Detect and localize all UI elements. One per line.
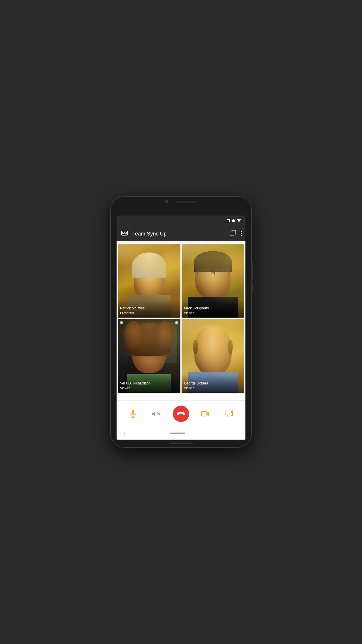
mic-dot-right [175,321,178,324]
screen-share-button[interactable] [222,407,236,421]
svg-rect-10 [225,411,231,415]
participant-4-role: Viewer [184,386,242,390]
end-call-button[interactable] [173,406,189,422]
home-indicator[interactable] [170,433,185,434]
phone-screen: Team Sync Up [117,216,245,440]
participant-4-name: George Dobrea [184,381,242,386]
svg-rect-3 [230,231,234,235]
participant-1-label: Patrick McIlwee Presenter [118,300,180,318]
conference-icon[interactable] [120,229,129,238]
copy-screen-button[interactable] [230,230,236,238]
app-bar-actions [230,230,242,238]
participant-4-label: George Dobrea Viewer [182,375,244,393]
phone-top-area [111,197,251,205]
phone-bottom [111,440,251,447]
participant-2-role: Viewer [184,311,242,315]
video-row-bottom: Vera D. Richardson Viewer [118,319,244,393]
speaker-grill [174,200,197,203]
controls-bar [117,400,245,427]
video-camera-button[interactable] [199,407,213,421]
participant-1-role: Presenter [120,311,178,315]
microphone-button[interactable] [126,407,140,421]
app-bar: Team Sync Up [117,226,245,241]
video-grid: Patrick McIlwee Presenter [117,241,245,394]
svg-rect-2 [125,232,127,233]
more-options-button[interactable] [241,231,242,236]
status-square-icon [227,219,230,222]
svg-rect-9 [202,411,207,416]
back-button[interactable]: ‹ [124,430,125,436]
nav-bar: ‹ [117,427,245,440]
spacer [117,394,245,400]
phone-device: Team Sync Up [111,197,251,447]
status-bar [117,216,245,226]
page-title: Team Sync Up [132,231,226,237]
status-triangle-icon [237,219,241,222]
participant-2-name: Mark Dougherty [184,306,242,311]
speaker-mute-button[interactable] [149,407,163,421]
front-camera [165,200,168,203]
participant-cell-2: Mark Dougherty Viewer [182,244,244,318]
participant-2-label: Mark Dougherty Viewer [182,300,244,318]
participant-cell-1: Patrick McIlwee Presenter [118,244,180,318]
home-bar [169,443,193,444]
svg-rect-1 [122,232,124,233]
video-row-top: Patrick McIlwee Presenter [118,244,244,318]
participant-3-label: Vera D. Richardson Viewer [118,375,180,393]
participant-3-role: Viewer [120,386,178,390]
participant-cell-4: George Dobrea Viewer [182,319,244,393]
status-dot-icon [232,219,235,222]
mic-dot-left [120,321,123,324]
participant-cell-3: Vera D. Richardson Viewer [118,319,180,393]
participant-3-name: Vera D. Richardson [120,381,178,386]
more-options-icon [241,231,242,236]
svg-rect-4 [132,410,134,415]
participant-1-name: Patrick McIlwee [120,306,178,311]
